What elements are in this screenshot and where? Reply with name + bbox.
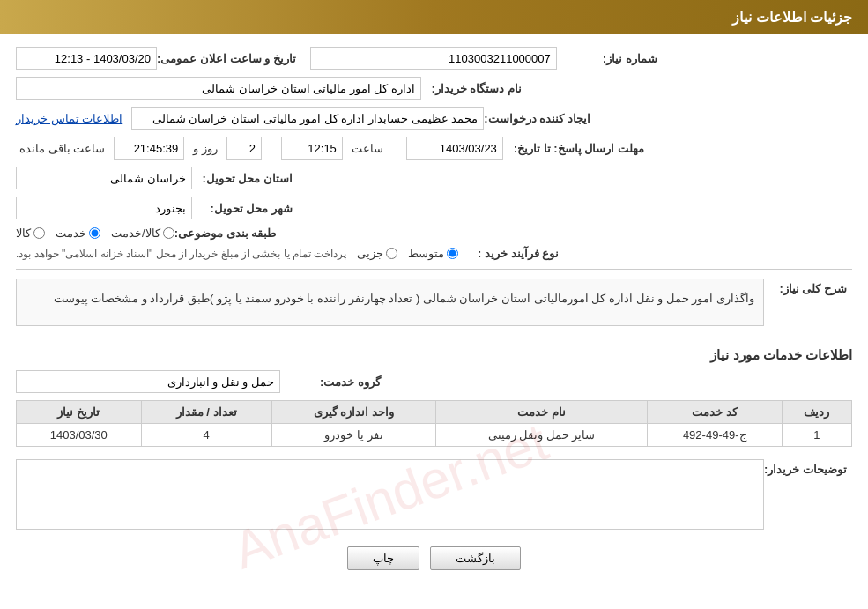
mohlet-saat-input[interactable] [281, 137, 343, 160]
ostan-label: استان محل تحویل: [192, 172, 298, 185]
mohlet-roz-input[interactable] [226, 137, 262, 160]
mohlet-label: مهلت ارسال پاسخ: تا تاریخ: [508, 142, 649, 155]
services-table: ردیف کد خدمت نام خدمت واحد اندازه گیری ت… [16, 400, 852, 447]
radio-mottaset[interactable] [447, 248, 458, 259]
cell-name: سایر حمل ونقل زمینی [436, 424, 647, 447]
sharh-label: شرح کلی نیاز: [764, 282, 852, 295]
sharh-text: واگذاری امور حمل و نقل اداره کل امورمالی… [54, 292, 754, 305]
goroh-input[interactable] [16, 370, 280, 393]
ijad-konande-input[interactable] [131, 107, 484, 130]
tabaqe-label: طبقه بندی موضوعی: [174, 227, 282, 240]
cell-kod: ج-49-49-492 [647, 424, 782, 447]
radio-khadamat[interactable] [89, 227, 100, 239]
col-vahed: واحد اندازه گیری [271, 401, 436, 424]
back-button[interactable]: بازگشت [430, 546, 521, 570]
nooe-farayand-label: نوع فرآیند خرید : [458, 247, 564, 260]
row-توضیحات: توضیحات خریدار: AnaFinder.net [16, 459, 852, 532]
cell-radif: 1 [782, 424, 851, 447]
page-header: جزئیات اطلاعات نیاز [0, 0, 868, 34]
shahr-input[interactable] [16, 197, 192, 219]
tabaqe-radio-group: کالا/خدمت خدمت کالا [16, 227, 174, 240]
col-tedad: تعداد / مقدار [141, 401, 271, 424]
nam-dastgah-input[interactable] [16, 77, 421, 100]
radio-kala-khadamat[interactable] [163, 227, 174, 239]
radio-kala[interactable] [33, 227, 45, 239]
cell-tedad: 4 [141, 424, 271, 447]
radio-khadamat-text: خدمت [56, 227, 86, 240]
radio-mottaset-label[interactable]: متوسط [408, 247, 458, 260]
sharh-box: واگذاری امور حمل و نقل اداره کل امورمالی… [16, 279, 764, 326]
row-shahr: شهر محل تحویل: [16, 197, 852, 219]
col-radif: ردیف [782, 401, 851, 424]
divider-1 [16, 269, 852, 270]
row-sharh: شرح کلی نیاز: واگذاری امور حمل و نقل ادا… [16, 279, 852, 335]
mohlet-roz-label: روز و [193, 142, 218, 155]
ostan-input[interactable] [16, 167, 192, 189]
table-header-row: ردیف کد خدمت نام خدمت واحد اندازه گیری ت… [17, 401, 852, 424]
table-row: 1 ج-49-49-492 سایر حمل ونقل زمینی نفر یا… [17, 424, 852, 447]
row-nooe-farayand: نوع فرآیند خرید : متوسط جزیی پرداخت تمام… [16, 247, 852, 260]
goroh-label: گروه خدمت: [280, 375, 386, 389]
توضیحات-textarea[interactable] [16, 459, 764, 530]
watermark-area: AnaFinder.net [16, 459, 764, 532]
radio-khadamat-label[interactable]: خدمت [56, 227, 100, 240]
radio-kala-khadamat-text: کالا/خدمت [111, 227, 160, 240]
khadamat-title: اطلاعات خدمات مورد نیاز [16, 347, 852, 363]
print-button[interactable]: چاپ [347, 546, 419, 570]
row-ostan: استان محل تحویل: [16, 167, 852, 189]
mohlet-saat-label: ساعت [352, 142, 383, 155]
row-ijad-konande: ایجاد کننده درخواست: اطلاعات تماس خریدار [16, 107, 852, 130]
mohlet-mande-label: ساعت باقی مانده [19, 142, 105, 155]
services-table-section: ردیف کد خدمت نام خدمت واحد اندازه گیری ت… [16, 400, 852, 447]
col-kod: کد خدمت [647, 401, 782, 424]
cell-vahed: نفر یا خودرو [271, 424, 436, 447]
cell-tarikh: 1403/03/30 [17, 424, 142, 447]
shomare-niaz-label: شماره نیاز: [557, 52, 663, 65]
mohlet-date-input[interactable] [406, 137, 503, 160]
radio-jozii[interactable] [386, 248, 397, 259]
shomare-niaz-input[interactable] [310, 47, 557, 70]
توضیحات-label: توضیحات خریدار: [764, 463, 852, 476]
tarikh-elaan-label: تاریخ و ساعت اعلان عمومی: [157, 52, 301, 65]
col-name: نام خدمت [436, 401, 647, 424]
row-mohlet: مهلت ارسال پاسخ: تا تاریخ: ساعت روز و سا… [16, 137, 852, 160]
tarikh-elaan-input[interactable] [16, 47, 157, 70]
توضیحات-container: AnaFinder.net [16, 459, 764, 532]
row-tabaqe: طبقه بندی موضوعی: کالا/خدمت خدمت کالا [16, 227, 852, 240]
row-nam-dastgah: نام دستگاه خریدار: [16, 77, 852, 100]
row-shomare-tarikh: شماره نیاز: تاریخ و ساعت اعلان عمومی: [16, 47, 852, 70]
radio-jozii-label[interactable]: جزیی [357, 247, 397, 260]
radio-kala-label[interactable]: کالا [16, 227, 45, 240]
mottaset-note: پرداخت تمام یا بخشی از مبلغ خریدار از مح… [16, 248, 346, 260]
row-goroh: گروه خدمت: [16, 370, 852, 393]
radio-kala-text: کالا [16, 227, 31, 240]
button-row: بازگشت چاپ [16, 546, 852, 570]
radio-kala-khadamat-label[interactable]: کالا/خدمت [111, 227, 174, 240]
ijad-konande-label: ایجاد کننده درخواست: [484, 112, 596, 125]
page-title: جزئیات اطلاعات نیاز [732, 10, 852, 25]
farayand-radio-group: متوسط جزیی [357, 247, 458, 260]
shahr-label: شهر محل تحویل: [192, 202, 298, 215]
mohlet-mande-input[interactable] [114, 137, 184, 160]
col-tarikh: تاریخ نیاز [17, 401, 142, 424]
radio-mottaset-text: متوسط [408, 247, 444, 260]
nam-dastgah-label: نام دستگاه خریدار: [421, 82, 527, 95]
contact-link[interactable]: اطلاعات تماس خریدار [16, 112, 122, 125]
radio-jozii-text: جزیی [357, 247, 383, 260]
